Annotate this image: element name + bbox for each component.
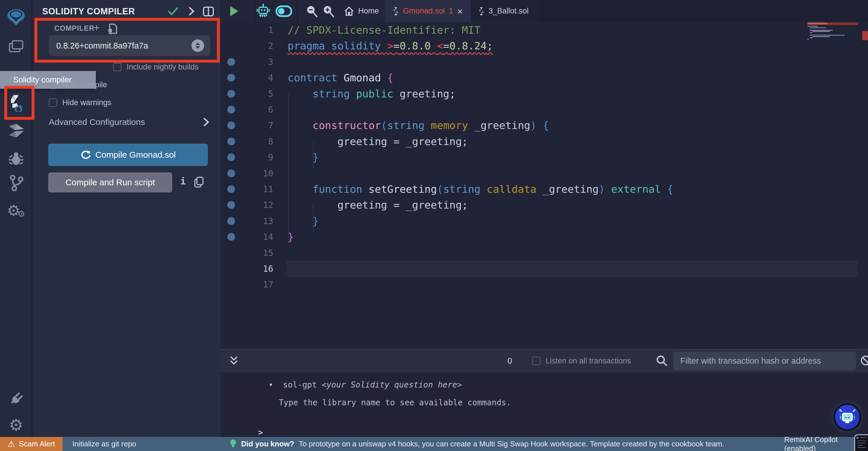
code-text: string public greeting; [288,86,456,102]
code-line-1[interactable]: 1// SPDX-License-Identifier: MIT [220,22,868,38]
code-line-2[interactable]: 2pragma solidity >=0.8.0 <=0.8.24; [220,38,868,54]
code-line-4[interactable]: 4contract Gmonad { [220,70,868,86]
code-line-16[interactable]: 16 [220,261,868,277]
gutter-dot[interactable] [227,201,235,209]
code-line-15[interactable]: 15 [220,245,868,261]
debugger-icon[interactable] [0,149,32,168]
code-line-3[interactable]: 3 [220,54,868,70]
gutter-dot[interactable] [227,169,235,177]
run-script-button[interactable] [229,0,239,22]
compile-and-run-button[interactable]: Compile and Run script [48,172,172,193]
tooltip-text: Solidity compiler [13,75,72,84]
init-git-repo-button[interactable]: Initialize as git repo [72,437,136,451]
terminal-output[interactable]: • sol-gpt <your Solidity question here> … [220,372,868,437]
compiler-section-label: COMPILER [54,24,94,32]
minimap-line [810,35,845,36]
transaction-filter-input[interactable]: Filter with transaction hash or address [673,352,856,370]
include-nightly-builds-label: Include nightly builds [127,63,198,72]
tip-text: To prototype on a uniswap v4 hooks, you … [299,440,724,448]
advanced-configurations-toggle[interactable]: Advanced Configurations [49,117,210,127]
did-you-know-tip: Did you know? To prototype on a uniswap … [229,437,724,451]
code-text: contract Gmonad { [288,70,393,86]
gutter-dot[interactable] [227,121,235,129]
pin-panel-chevron-icon[interactable] [188,6,195,17]
compiler-version-select[interactable]: 0.8.26+commit.8a97fa7a [49,35,210,56]
code-line-7[interactable]: 7 constructor(string memory _greeting) { [220,117,868,134]
settings-icon[interactable]: ⚙ [0,415,32,434]
code-text: greeting = _greeting; [288,134,468,150]
remix-logo-icon[interactable] [0,7,32,28]
solidity-compiler-icon[interactable] [0,94,32,112]
minimap-line [807,26,818,27]
hide-warnings-row: Hide warnings [49,98,112,107]
minimap-line [807,39,809,40]
code-editor[interactable]: 1// SPDX-License-Identifier: MIT2pragma … [220,22,868,349]
code-text: } [288,213,319,229]
include-nightly-builds-checkbox[interactable] [113,63,121,71]
split-view-icon[interactable] [203,6,214,18]
compiler-badge-icon[interactable] [107,23,117,36]
tab-home[interactable]: Home [336,0,386,22]
scam-alert-button[interactable]: ⚠ Scam Alert [0,437,63,451]
code-line-9[interactable]: 9 } [220,149,868,166]
minimap-line [807,23,828,24]
compile-button-label: Compile Gmonad.sol [95,150,176,160]
line-number: 11 [250,181,273,197]
gutter-dot[interactable] [227,74,235,82]
tab-home-label: Home [358,7,379,16]
deploy-run-icon[interactable] [0,122,32,140]
zoom-in-icon[interactable] [322,0,335,22]
minimap-line [812,31,830,32]
code-line-10[interactable]: 10 [220,166,868,181]
code-line-6[interactable]: 6 [220,102,868,118]
tab-close-icon[interactable]: × [457,6,463,16]
listen-all-transactions-checkbox[interactable] [532,357,540,365]
hide-warnings-checkbox[interactable] [49,98,57,107]
panel-title: SOLIDITY COMPILER [42,6,135,17]
plugin-manager-icon[interactable] [0,387,32,406]
gutter-dot[interactable] [227,90,235,98]
tab-gmonad[interactable]: Gmonad.sol 1 × [385,0,471,22]
code-line-8[interactable]: 8 greeting = _greeting; [220,134,868,150]
info-icon[interactable]: i [180,176,186,187]
zoom-out-icon[interactable] [305,0,318,22]
scam-alert-label: Scam Alert [19,440,55,448]
add-compiler-icon[interactable]: + [94,22,100,34]
line-number: 16 [250,261,273,277]
code-line-5[interactable]: 5 string public greeting; [220,86,868,102]
file-explorer-icon[interactable] [0,38,32,56]
compile-button[interactable]: Compile Gmonad.sol [48,144,208,166]
minimap-line [810,32,813,33]
ai-assistant-robot-icon[interactable] [256,0,270,22]
gutter-dot[interactable] [227,233,235,241]
gutter-dot[interactable] [227,217,235,225]
line-number: 3 [250,54,273,70]
terminal-collapse-icon[interactable] [229,355,239,367]
git-icon[interactable] [0,174,32,192]
clear-console-icon[interactable] [860,355,868,367]
terminal-search-icon[interactable] [656,355,668,368]
gutter-dot[interactable] [227,153,235,161]
home-icon [344,6,354,17]
code-line-11[interactable]: 11 function setGreeting(string calldata … [220,181,868,197]
copy-icon[interactable] [194,176,204,189]
filter-placeholder: Filter with transaction hash or address [680,356,821,366]
remix-ai-copilot-button[interactable] [834,403,861,431]
corner-screenshot-thumbnail[interactable] [854,434,868,451]
copilot-toggle-icon[interactable] [276,0,292,22]
gutter-dot[interactable] [227,106,235,113]
gutter-dot[interactable] [227,58,235,66]
code-line-14[interactable]: 14} [220,229,868,245]
warning-icon: ⚠ [8,439,15,449]
minimap[interactable] [807,22,858,108]
code-line-12[interactable]: 12 greeting = _greeting; [220,197,868,213]
plugin-runner-icon[interactable]: ⚙⚙ [0,201,32,220]
code-line-13[interactable]: 13 } [220,213,868,229]
code-text: } [288,149,319,166]
tab-ballot[interactable]: 3_Ballot.sol [471,0,541,22]
chevron-right-icon [203,117,210,127]
gutter-dot[interactable] [227,185,235,193]
code-line-17[interactable]: 17 [220,277,868,293]
listen-all-transactions-row: Listen on all transactions [532,357,631,365]
gutter-dot[interactable] [227,138,235,145]
